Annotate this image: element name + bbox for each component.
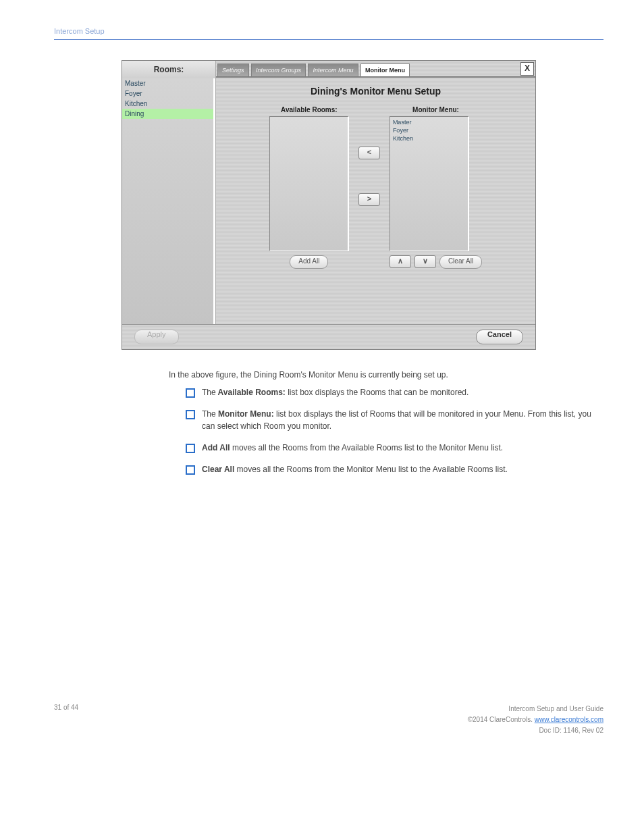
bullet-item: Clear All moves all the Rooms from the M… [186,463,603,475]
monitor-item[interactable]: Master [392,118,466,126]
apply-button: Apply [134,330,179,344]
bullet-icon [186,388,195,398]
monitor-menu-label: Monitor Menu: [390,106,482,113]
monitor-menu-listbox[interactable]: Master Foyer Kitchen [390,116,469,251]
footer-right: Intercom Setup and User Guide ©2014 Clar… [468,704,603,736]
close-button[interactable]: X [520,62,534,76]
add-all-button[interactable]: Add All [290,255,328,269]
room-item[interactable]: Master [122,78,213,88]
doc-title: Intercom Setup [54,27,603,35]
bullet-item: The Monitor Menu: list box displays the … [186,408,603,432]
bullet-icon [186,410,195,419]
panel-title: Dining's Monitor Menu Setup [232,86,519,97]
move-right-button[interactable]: > [358,193,380,206]
page-number: 31 of 44 [54,704,78,736]
footer-link[interactable]: www.clarecontrols.com [535,716,603,723]
move-left-button[interactable]: < [358,147,380,159]
room-item[interactable]: Foyer [122,88,213,99]
tab-settings[interactable]: Settings [217,63,249,76]
room-item[interactable]: Kitchen [122,99,213,109]
tab-intercom-menu[interactable]: Intercom Menu [308,63,358,76]
bullet-item: Add All moves all the Rooms from the Ava… [186,442,603,454]
move-down-button[interactable]: ∨ [414,255,436,268]
bullet-icon [186,465,195,475]
tab-monitor-menu[interactable]: Monitor Menu [360,63,410,76]
tab-bar: Settings Intercom Groups Intercom Menu M… [216,61,535,77]
divider [54,39,603,40]
room-item-selected[interactable]: Dining [122,109,213,119]
clear-all-button[interactable]: Clear All [439,255,482,269]
sidebar-title: Rooms: [122,61,215,78]
monitor-item[interactable]: Foyer [392,126,466,134]
available-rooms-listbox[interactable] [269,116,349,251]
move-up-button[interactable]: ∧ [390,255,411,268]
monitor-item[interactable]: Kitchen [392,134,466,142]
tab-intercom-groups[interactable]: Intercom Groups [251,63,306,76]
cancel-button[interactable]: Cancel [476,330,523,344]
rooms-list: Master Foyer Kitchen Dining [122,78,215,324]
available-rooms-label: Available Rooms: [269,106,349,113]
dialog-window: X Rooms: Master Foyer Kitchen Dining Set… [122,60,536,350]
bullet-icon [186,444,195,453]
bullet-item: The Available Rooms: list box displays t… [186,386,603,398]
description-text: In the above figure, the Dining Room's M… [169,370,603,380]
